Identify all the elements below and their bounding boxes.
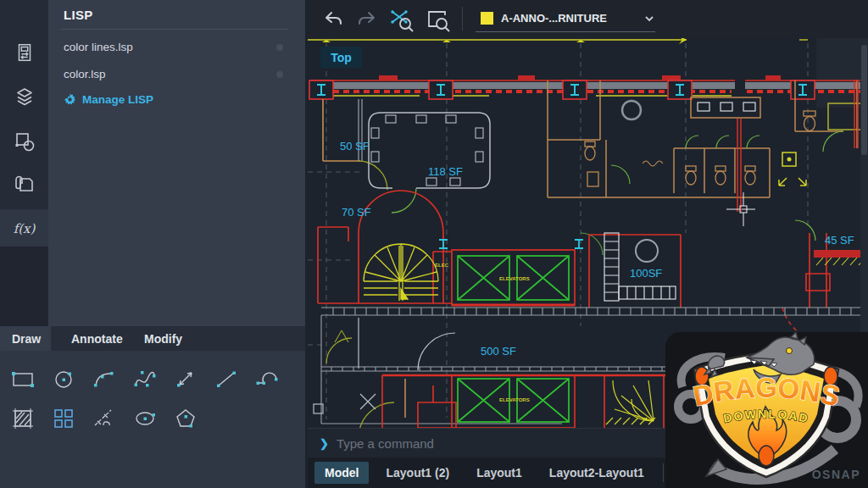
watermark-overlay: DRAGONS DOWNLOAD OSNAP xyxy=(665,332,868,488)
hatch-icon xyxy=(9,406,36,431)
sidebar-item-properties[interactable] xyxy=(0,31,48,74)
manage-lisp-label: Manage LISP xyxy=(82,93,153,106)
autocad-app: LISP color lines.lsp color.lsp Manage LI… xyxy=(0,0,868,488)
divider xyxy=(61,29,288,30)
osnap-status: OSNAP xyxy=(812,468,860,481)
block-icon xyxy=(50,406,77,431)
tab-label: Draw xyxy=(12,332,41,346)
sidebar-icon-strip: f(x) xyxy=(0,0,48,326)
command-input-placeholder: Type a command xyxy=(337,436,434,451)
layer-color-swatch xyxy=(481,12,493,25)
view-cube-label[interactable]: Top xyxy=(320,47,362,68)
sidebar-item-attachments[interactable] xyxy=(0,163,48,205)
redo-button[interactable] xyxy=(354,7,380,32)
lisp-item-dot xyxy=(276,44,283,51)
tool-spline[interactable] xyxy=(131,365,159,394)
zoom-window-icon xyxy=(424,7,451,34)
command-prompt-icon: ❯ xyxy=(320,437,329,450)
divider xyxy=(663,463,664,482)
zoom-object-button[interactable] xyxy=(388,7,414,32)
room-label: ELEC xyxy=(435,263,448,268)
room-label: ELEVATORS xyxy=(499,397,530,402)
tab-layout1-2[interactable]: Layout1 (2) xyxy=(376,462,459,484)
attachment-icon xyxy=(13,172,36,196)
sidebar-item-layers[interactable] xyxy=(0,76,48,119)
tool-ellipse[interactable] xyxy=(131,404,159,433)
tool-block[interactable] xyxy=(49,404,78,433)
undo-icon xyxy=(320,7,346,32)
tab-modify[interactable]: Modify xyxy=(136,326,191,351)
gear-icon xyxy=(64,93,76,106)
layer-name: A-ANNO-...RNITURE xyxy=(501,12,607,25)
layer-selector[interactable]: A-ANNO-...RNITURE xyxy=(476,7,658,30)
area-label: 70 SF xyxy=(342,206,371,219)
lisp-item-color[interactable]: color.lsp xyxy=(48,61,305,89)
ellipse-icon xyxy=(131,406,159,431)
manage-lisp-button[interactable]: Manage LISP xyxy=(64,89,153,109)
tab-label: Annotate xyxy=(71,332,123,346)
sidebar-item-shapes[interactable] xyxy=(0,120,48,163)
redo-icon xyxy=(354,7,380,32)
tool-arc[interactable] xyxy=(90,365,119,394)
tab-model[interactable]: Model xyxy=(314,462,369,484)
tool-hatch[interactable] xyxy=(8,404,37,433)
tab-layout1[interactable]: Layout1 xyxy=(466,462,532,484)
draw-tools-panel: Draw Annotate Modify xyxy=(0,326,305,488)
area-label: 50 SF xyxy=(340,140,370,152)
strip-lower-section xyxy=(0,247,48,326)
area-label: 118 SF xyxy=(428,165,463,178)
lisp-item-color-lines[interactable]: color lines.lsp xyxy=(48,34,305,62)
tool-rectangle[interactable] xyxy=(8,365,37,394)
area-label: 500 SF xyxy=(481,345,516,358)
zoom-object-icon xyxy=(388,7,415,34)
tab-annotate[interactable]: Annotate xyxy=(63,326,131,351)
shapes-icon xyxy=(13,130,36,153)
lisp-item-dot xyxy=(276,71,283,78)
tab-layout2-layout1[interactable]: Layout2-Layout1 xyxy=(539,462,654,484)
layers-icon xyxy=(13,86,36,109)
tab-label: Modify xyxy=(144,332,182,346)
fx-icon: f(x) xyxy=(14,221,36,236)
chevron-down-icon xyxy=(643,13,655,28)
scrollbar-thumb[interactable] xyxy=(861,45,867,155)
measure-icon xyxy=(172,367,199,392)
tool-polygon[interactable] xyxy=(171,404,200,433)
tool-line[interactable] xyxy=(212,365,241,394)
tool-circle[interactable] xyxy=(49,365,78,394)
layer-underline xyxy=(476,31,655,32)
zoom-window-button[interactable] xyxy=(424,7,449,32)
tab-draw[interactable]: Draw xyxy=(0,326,51,351)
area-label: 45 SF xyxy=(825,234,854,247)
undo-button[interactable] xyxy=(320,7,346,32)
sidebar-item-fx[interactable]: f(x) xyxy=(0,208,48,250)
lisp-item-label: color.lsp xyxy=(64,68,106,80)
rectangle-icon xyxy=(9,367,36,392)
spline-icon xyxy=(131,367,159,392)
tool-measure[interactable] xyxy=(171,365,200,394)
properties-panel-icon xyxy=(14,42,36,64)
lisp-panel-title: LISP xyxy=(64,8,93,22)
polygon-icon xyxy=(172,406,199,431)
tool-tab-row: Draw Annotate Modify xyxy=(0,326,305,351)
lisp-panel: LISP color lines.lsp color.lsp Manage LI… xyxy=(48,0,305,326)
dragons-download-logo: DRAGONS DOWNLOAD xyxy=(665,332,868,488)
construction-line-icon xyxy=(91,406,118,431)
room-label: ELEVATORS xyxy=(499,276,530,281)
toolbar-divider xyxy=(462,7,463,30)
canvas-toolbar: A-ANNO-...RNITURE xyxy=(308,0,868,38)
polyline-arc-icon xyxy=(253,367,281,392)
lisp-item-label: color lines.lsp xyxy=(64,41,133,53)
arc-icon xyxy=(91,367,118,392)
tool-construction-line[interactable] xyxy=(90,404,119,433)
area-label: 100SF xyxy=(630,267,662,280)
tool-polyline-arc[interactable] xyxy=(253,365,281,394)
circle-icon xyxy=(50,367,77,392)
line-icon xyxy=(213,367,240,392)
